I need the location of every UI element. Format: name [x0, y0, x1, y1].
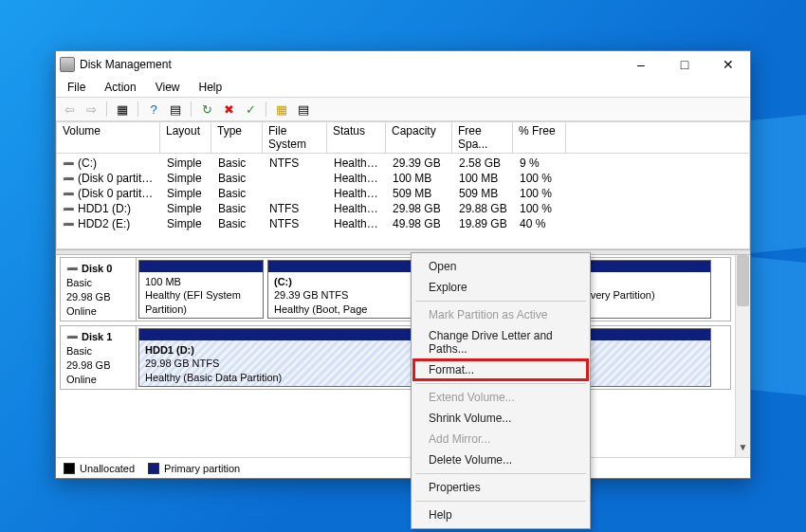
ctx-open[interactable]: Open	[413, 256, 588, 277]
check-icon[interactable]: ✓	[241, 100, 260, 119]
delete-icon[interactable]: ✖	[219, 100, 238, 119]
volume-cell-name: (Disk 0 partition 4)	[57, 186, 161, 201]
col-pctfree[interactable]: % Free	[513, 121, 566, 153]
context-menu: Open Explore Mark Partition as Active Ch…	[411, 252, 591, 529]
volume-cell-type: Basic	[212, 216, 264, 231]
volume-cell-type: Basic	[212, 156, 264, 171]
volume-cell-name: HDD2 (E:)	[57, 216, 161, 231]
ctx-properties[interactable]: Properties	[413, 477, 588, 498]
ctx-help[interactable]: Help	[413, 504, 588, 525]
volume-cell-free: 29.88 GB	[453, 201, 514, 216]
disk: Disk 0Basic29.98 GBOnline100 MBHealthy (…	[60, 257, 731, 321]
volume-row[interactable]: (Disk 0 partition 4)SimpleBasicHealthy (…	[57, 186, 749, 201]
maximize-button[interactable]: □	[663, 51, 706, 78]
volume-cell-pct: 100 %	[514, 201, 567, 216]
menu-help[interactable]: Help	[192, 80, 230, 95]
disk-diagram: Disk 0Basic29.98 GBOnline100 MBHealthy (…	[56, 255, 735, 457]
volume-row[interactable]: HDD2 (E:)SimpleBasicNTFSHealthy (B...49.…	[57, 216, 749, 231]
minimize-button[interactable]: –	[619, 51, 663, 78]
legend-unallocated: Unallocated	[64, 463, 135, 474]
col-freespace[interactable]: Free Spa...	[452, 121, 513, 153]
close-button[interactable]: ✕	[706, 51, 750, 78]
volume-cell-pct: 100 %	[514, 171, 567, 186]
volume-cell-status: Healthy (B...	[328, 216, 387, 231]
volume-cell-type: Basic	[212, 186, 264, 201]
ctx-delete-volume[interactable]: Delete Volume...	[413, 449, 588, 470]
disk-info[interactable]: Disk 1Basic29.98 GBOnline	[61, 326, 137, 389]
volume-cell-type: Basic	[212, 201, 264, 216]
menubar: File Action View Help	[56, 78, 750, 97]
detail-view-icon[interactable]: ▤	[294, 100, 313, 119]
col-status[interactable]: Status	[327, 121, 386, 153]
disk-info[interactable]: Disk 0Basic29.98 GBOnline	[61, 258, 137, 321]
ctx-explore[interactable]: Explore	[413, 277, 588, 298]
nav-forward-icon: ⇨	[82, 100, 101, 119]
volume-cell-name: HDD1 (D:)	[57, 201, 161, 216]
volume-cell-name: (C:)	[57, 156, 161, 171]
help-icon[interactable]: ?	[144, 100, 163, 119]
volume-cell-capacity: 100 MB	[387, 171, 453, 186]
volume-list[interactable]: (C:)SimpleBasicNTFSHealthy (B...29.39 GB…	[56, 154, 750, 249]
volume-cell-fs	[264, 186, 328, 201]
volume-cell-layout: Simple	[161, 186, 212, 201]
volume-cell-type: Basic	[212, 171, 264, 186]
app-icon	[60, 57, 75, 72]
col-layout[interactable]: Layout	[160, 121, 211, 153]
ctx-change-drive-letter[interactable]: Change Drive Letter and Paths...	[413, 325, 588, 359]
volume-cell-free: 509 MB	[453, 186, 514, 201]
legend: Unallocated Primary partition	[56, 457, 750, 478]
volume-cell-name: (Disk 0 partition 1)	[57, 171, 161, 186]
ctx-mark-active: Mark Partition as Active	[413, 304, 588, 325]
volume-row[interactable]: (Disk 0 partition 1)SimpleBasicHealthy (…	[57, 171, 749, 186]
nav-back-icon: ⇦	[60, 100, 79, 119]
properties-icon[interactable]: ▤	[166, 100, 185, 119]
col-filesystem[interactable]: File System	[263, 121, 327, 153]
volume-cell-fs: NTFS	[264, 156, 328, 171]
volume-cell-pct: 100 %	[514, 186, 567, 201]
col-filler	[566, 121, 750, 153]
volume-cell-capacity: 29.98 GB	[387, 201, 453, 216]
volume-cell-status: Healthy (B...	[328, 156, 387, 171]
menu-view[interactable]: View	[148, 80, 188, 95]
col-type[interactable]: Type	[211, 121, 263, 153]
ctx-format[interactable]: Format...	[413, 359, 588, 380]
volume-cell-capacity: 509 MB	[387, 186, 453, 201]
ctx-shrink-volume[interactable]: Shrink Volume...	[413, 408, 588, 429]
volume-cell-free: 2.58 GB	[453, 156, 514, 171]
volume-cell-layout: Simple	[161, 201, 212, 216]
volume-cell-status: Healthy (B...	[328, 201, 387, 216]
ctx-extend-volume: Extend Volume...	[413, 387, 588, 408]
volume-row[interactable]: HDD1 (D:)SimpleBasicNTFSHealthy (B...29.…	[57, 201, 749, 216]
scroll-thumb[interactable]	[737, 255, 749, 306]
col-capacity[interactable]: Capacity	[386, 121, 452, 153]
volume-cell-fs: NTFS	[264, 201, 328, 216]
volume-cell-free: 19.89 GB	[453, 216, 514, 231]
volume-list-header: Volume Layout Type File System Status Ca…	[56, 121, 750, 154]
show-hide-tree-icon[interactable]: ▦	[113, 100, 132, 119]
volume-cell-capacity: 29.39 GB	[387, 156, 453, 171]
col-volume[interactable]: Volume	[56, 121, 160, 153]
partition[interactable]: 100 MBHealthy (EFI System Partition)	[138, 260, 264, 319]
disk-management-window: Disk Management – □ ✕ File Action View H…	[55, 50, 751, 479]
vertical-scrollbar[interactable]: ▲ ▼	[735, 255, 750, 457]
toolbar: ⇦ ⇨ ▦ ? ▤ ↻ ✖ ✓ ▦ ▤	[56, 97, 750, 121]
volume-cell-pct: 9 %	[514, 156, 567, 171]
menu-action[interactable]: Action	[97, 80, 143, 95]
volume-cell-status: Healthy (E...	[328, 171, 387, 186]
disk: Disk 1Basic29.98 GBOnlineHDD1 (D:)29.98 …	[60, 325, 731, 390]
titlebar[interactable]: Disk Management – □ ✕	[56, 51, 750, 78]
scroll-down-icon[interactable]: ▼	[736, 442, 750, 457]
window-title: Disk Management	[80, 58, 619, 71]
menu-file[interactable]: File	[60, 80, 93, 95]
volume-cell-fs: NTFS	[264, 216, 328, 231]
volume-cell-fs	[264, 171, 328, 186]
volume-cell-free: 100 MB	[453, 171, 514, 186]
volume-cell-capacity: 49.98 GB	[387, 216, 453, 231]
volume-cell-layout: Simple	[161, 216, 212, 231]
volume-cell-pct: 40 %	[514, 216, 567, 231]
legend-primary: Primary partition	[148, 463, 240, 474]
list-view-icon[interactable]: ▦	[272, 100, 291, 119]
volume-cell-layout: Simple	[161, 156, 212, 171]
volume-row[interactable]: (C:)SimpleBasicNTFSHealthy (B...29.39 GB…	[57, 156, 749, 171]
refresh-icon[interactable]: ↻	[197, 100, 216, 119]
